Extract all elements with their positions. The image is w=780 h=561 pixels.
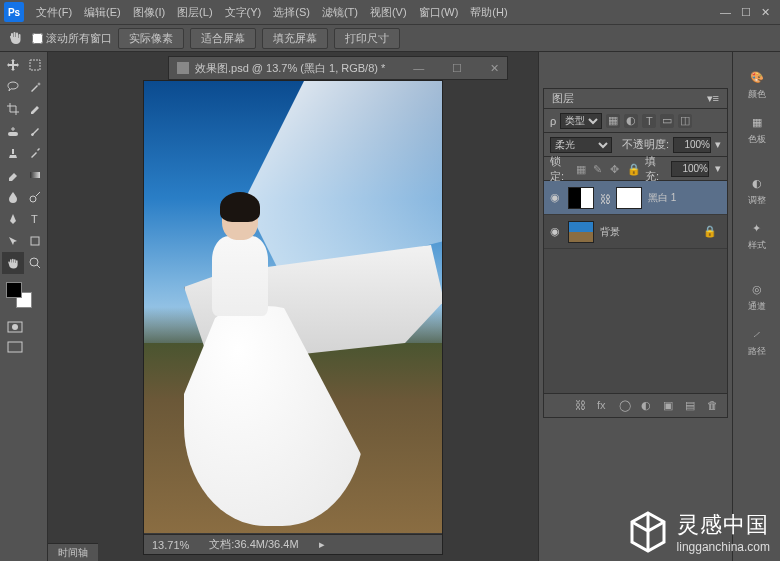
filter-shape-icon[interactable]: ▭ (660, 114, 674, 128)
menu-view[interactable]: 视图(V) (364, 1, 413, 24)
adjustment-layer-icon[interactable]: ◐ (641, 399, 655, 413)
type-tool-icon[interactable]: T (24, 208, 46, 230)
eyedropper-tool-icon[interactable] (24, 98, 46, 120)
layer-style-icon[interactable]: fx (597, 399, 611, 413)
menu-layer[interactable]: 图层(L) (171, 1, 218, 24)
eraser-tool-icon[interactable] (2, 164, 24, 186)
color-swatches[interactable] (2, 280, 45, 312)
swatches-panel-button[interactable]: ▦ 色板 (746, 111, 768, 148)
document-tab[interactable]: 效果图.psd @ 13.7% (黑白 1, RGB/8) * — ☐ ✕ (168, 56, 508, 80)
link-layers-icon[interactable]: ⛓ (575, 399, 589, 413)
adjustments-panel-icon: ◐ (748, 174, 766, 192)
menu-select[interactable]: 选择(S) (267, 1, 316, 24)
fill-screen-button[interactable]: 填充屏幕 (262, 28, 328, 49)
scroll-all-windows-checkbox[interactable]: 滚动所有窗口 (32, 31, 112, 46)
filter-adjustment-icon[interactable]: ◐ (624, 114, 638, 128)
healing-brush-tool-icon[interactable] (2, 120, 24, 142)
crop-tool-icon[interactable] (2, 98, 24, 120)
minimize-icon[interactable]: — (720, 6, 731, 19)
screen-mode-icon[interactable] (4, 338, 26, 356)
marquee-tool-icon[interactable] (24, 54, 46, 76)
layer-row[interactable]: ◉ 背景 🔒 (544, 215, 727, 249)
panel-menu-icon[interactable]: ▾≡ (707, 92, 719, 105)
menu-bar: Ps 文件(F) 编辑(E) 图像(I) 图层(L) 文字(Y) 选择(S) 滤… (0, 0, 780, 24)
group-icon[interactable]: ▣ (663, 399, 677, 413)
filter-pixel-icon[interactable]: ▦ (606, 114, 620, 128)
menu-window[interactable]: 窗口(W) (413, 1, 465, 24)
magic-wand-tool-icon[interactable] (24, 76, 46, 98)
blend-mode-select[interactable]: 柔光 (550, 137, 612, 153)
menu-file[interactable]: 文件(F) (30, 1, 78, 24)
filter-kind-select[interactable]: 类型 (560, 113, 602, 129)
rectangle-tool-icon[interactable] (24, 230, 46, 252)
menu-help[interactable]: 帮助(H) (464, 1, 513, 24)
lock-transparency-icon[interactable]: ▦ (576, 163, 588, 175)
filter-kind-icon[interactable]: ρ (550, 115, 556, 127)
menu-edit[interactable]: 编辑(E) (78, 1, 127, 24)
gradient-tool-icon[interactable] (24, 164, 46, 186)
layer-name[interactable]: 黑白 1 (648, 191, 676, 205)
opacity-input[interactable] (673, 137, 711, 153)
print-size-button[interactable]: 打印尺寸 (334, 28, 400, 49)
actual-pixels-button[interactable]: 实际像素 (118, 28, 184, 49)
zoom-level[interactable]: 13.71% (152, 539, 189, 551)
layer-mask-icon[interactable]: ◯ (619, 399, 633, 413)
styles-panel-button[interactable]: ✦ 样式 (746, 217, 768, 254)
document-info[interactable]: 文档:36.4M/36.4M (209, 537, 298, 552)
layer-filter-row: ρ 类型 ▦ ◐ T ▭ ◫ (544, 109, 727, 133)
fit-screen-button[interactable]: 适合屏幕 (190, 28, 256, 49)
pen-tool-icon[interactable] (2, 208, 24, 230)
layer-name[interactable]: 背景 (600, 225, 620, 239)
move-tool-icon[interactable] (2, 54, 24, 76)
delete-layer-icon[interactable]: 🗑 (707, 399, 721, 413)
hand-tool-icon[interactable] (2, 252, 24, 274)
clone-stamp-tool-icon[interactable] (2, 142, 24, 164)
zoom-tool-icon[interactable] (24, 252, 46, 274)
dodge-tool-icon[interactable] (24, 186, 46, 208)
color-panel-button[interactable]: 🎨 颜色 (746, 66, 768, 103)
layer-thumbnail[interactable] (568, 187, 594, 209)
lock-pixels-icon[interactable]: ✎ (593, 163, 605, 175)
path-selection-tool-icon[interactable] (2, 230, 24, 252)
canvas[interactable]: 13.71% 文档:36.4M/36.4M ▸ (143, 80, 443, 555)
visibility-icon[interactable]: ◉ (548, 191, 562, 205)
visibility-icon[interactable]: ◉ (548, 225, 562, 239)
layer-row[interactable]: ◉ ⛓ 黑白 1 (544, 181, 727, 215)
opacity-dropdown-icon[interactable]: ▾ (715, 138, 721, 151)
mask-thumbnail[interactable] (616, 187, 642, 209)
photoshop-logo-icon: Ps (4, 2, 24, 22)
lock-all-icon[interactable]: 🔒 (627, 163, 639, 175)
menu-image[interactable]: 图像(I) (127, 1, 171, 24)
lock-icon: 🔒 (703, 225, 717, 238)
fill-label: 填充: (645, 154, 665, 184)
new-layer-icon[interactable]: ▤ (685, 399, 699, 413)
close-doc-icon[interactable]: ✕ (490, 62, 499, 75)
hand-tool-icon[interactable] (4, 27, 26, 49)
channels-panel-button[interactable]: ◎ 通道 (746, 278, 768, 315)
menu-type[interactable]: 文字(Y) (219, 1, 268, 24)
fill-input[interactable] (671, 161, 709, 177)
history-brush-tool-icon[interactable] (24, 142, 46, 164)
adjustments-panel-button[interactable]: ◐ 调整 (746, 172, 768, 209)
filter-smart-icon[interactable]: ◫ (678, 114, 692, 128)
close-icon[interactable]: ✕ (761, 6, 770, 19)
menu-filter[interactable]: 滤镜(T) (316, 1, 364, 24)
layer-thumbnail[interactable] (568, 221, 594, 243)
maximize-doc-icon[interactable]: ☐ (452, 62, 462, 75)
paths-panel-button[interactable]: ⟋ 路径 (746, 323, 768, 360)
quick-mask-icon[interactable] (4, 318, 26, 336)
foreground-color-swatch[interactable] (6, 282, 22, 298)
status-arrow-icon[interactable]: ▸ (319, 538, 325, 551)
fill-dropdown-icon[interactable]: ▾ (715, 162, 721, 175)
lock-position-icon[interactable]: ✥ (610, 163, 622, 175)
layers-panel-tab[interactable]: 图层 ▾≡ (544, 89, 727, 109)
mask-link-icon[interactable]: ⛓ (600, 193, 610, 203)
lasso-tool-icon[interactable] (2, 76, 24, 98)
blur-tool-icon[interactable] (2, 186, 24, 208)
brush-tool-icon[interactable] (24, 120, 46, 142)
maximize-icon[interactable]: ☐ (741, 6, 751, 19)
filter-type-icon[interactable]: T (642, 114, 656, 128)
document-title: 效果图.psd @ 13.7% (黑白 1, RGB/8) * (195, 61, 385, 76)
timeline-panel-tab[interactable]: 时间轴 (48, 543, 98, 561)
minimize-doc-icon[interactable]: — (413, 62, 424, 74)
